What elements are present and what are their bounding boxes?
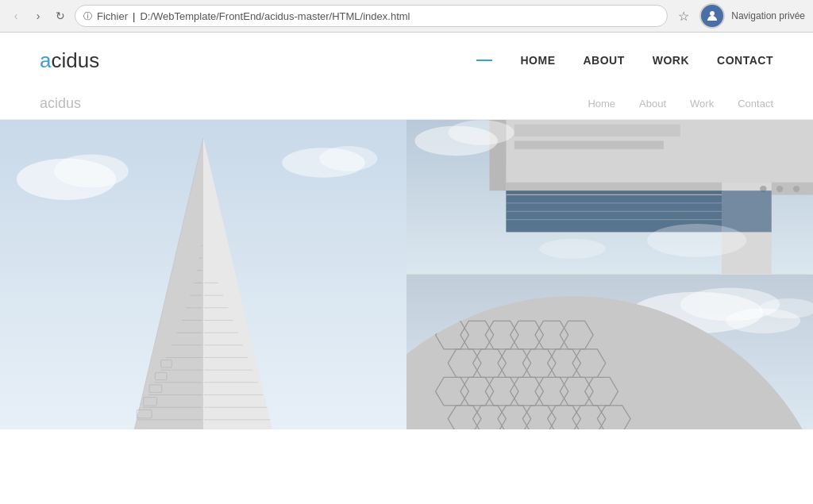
gallery-grid bbox=[0, 120, 813, 429]
svg-point-57 bbox=[647, 224, 746, 257]
svg-point-40 bbox=[54, 154, 129, 187]
site-nav: acidus HOME ABOUT WORK CONTACT bbox=[0, 33, 813, 88]
site-nav-secondary: acidus Home About Work Contact bbox=[0, 88, 813, 120]
bookmark-button[interactable]: ☆ bbox=[674, 6, 693, 25]
lock-icon: ⓘ bbox=[83, 10, 92, 22]
nav-work[interactable]: WORK bbox=[653, 54, 689, 67]
nav-home[interactable]: HOME bbox=[520, 54, 555, 67]
nav-links: HOME ABOUT WORK CONTACT bbox=[476, 54, 773, 67]
svg-rect-48 bbox=[514, 140, 664, 148]
svg-point-52 bbox=[793, 186, 800, 192]
svg-point-51 bbox=[776, 186, 783, 192]
site-logo-secondary: acidus bbox=[40, 95, 81, 112]
gallery-item-corner[interactable] bbox=[406, 120, 813, 275]
gallery-item-building[interactable] bbox=[0, 120, 406, 429]
browser-chrome: ‹ › ↻ ⓘ Fichier | D:/WebTemplate/FrontEn… bbox=[0, 0, 813, 33]
svg-point-0 bbox=[710, 11, 715, 16]
svg-point-56 bbox=[448, 120, 514, 144]
site-logo: acidus bbox=[40, 48, 99, 73]
nav-about[interactable]: ABOUT bbox=[583, 54, 624, 67]
forward-button[interactable]: › bbox=[30, 8, 46, 24]
url-file-label: Fichier bbox=[97, 10, 128, 22]
url-path: D:/WebTemplate/FrontEnd/acidus-master/HT… bbox=[140, 10, 410, 22]
nav-contact[interactable]: CONTACT bbox=[717, 54, 773, 67]
sec-nav-about: About bbox=[639, 98, 666, 110]
logo-accent: a bbox=[40, 48, 51, 72]
private-label: Navigation privée bbox=[731, 10, 805, 21]
nav-links-secondary: Home About Work Contact bbox=[588, 98, 773, 110]
svg-point-42 bbox=[319, 146, 377, 171]
profile-avatar[interactable] bbox=[699, 3, 725, 29]
gallery-item-dome[interactable] bbox=[406, 275, 813, 429]
nav-divider bbox=[476, 60, 492, 61]
address-bar[interactable]: ⓘ Fichier | D:/WebTemplate/FrontEnd/acid… bbox=[75, 5, 668, 27]
sec-nav-contact: Contact bbox=[738, 98, 773, 110]
svg-rect-47 bbox=[514, 125, 680, 137]
svg-point-58 bbox=[539, 239, 606, 259]
logo-text: cidus bbox=[51, 48, 99, 72]
back-button[interactable]: ‹ bbox=[8, 8, 24, 24]
sec-nav-work: Work bbox=[690, 98, 714, 110]
website-content: acidus HOME ABOUT WORK CONTACT acidus Ho… bbox=[0, 33, 813, 504]
browser-toolbar: ‹ › ↻ ⓘ Fichier | D:/WebTemplate/FrontEn… bbox=[0, 0, 813, 32]
reload-button[interactable]: ↻ bbox=[52, 8, 68, 24]
sec-nav-home: Home bbox=[588, 98, 615, 110]
url-separator: | bbox=[133, 10, 135, 22]
svg-rect-54 bbox=[722, 190, 772, 232]
